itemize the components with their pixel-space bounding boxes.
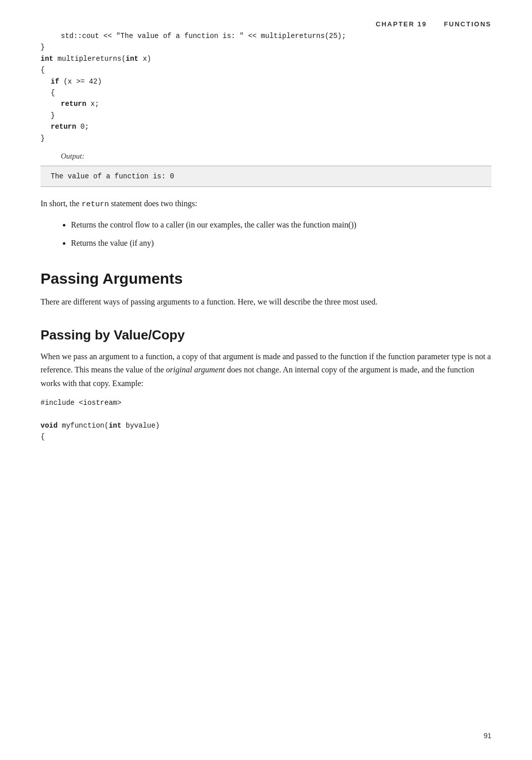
passing-by-value-heading: Passing by Value/Copy bbox=[41, 327, 491, 343]
chapter-section: FUNCTIONS bbox=[444, 20, 491, 28]
code-line-2: } bbox=[41, 42, 491, 53]
code-line-6: { bbox=[51, 87, 491, 98]
code-line-3: int multiplereturns(int x) bbox=[41, 53, 491, 64]
page-number: 91 bbox=[483, 732, 491, 740]
top-code-block: std::cout << "The value of a function is… bbox=[41, 30, 491, 144]
bullet-item-1: Returns the control flow to a caller (in… bbox=[71, 218, 491, 232]
code-line-1: std::cout << "The value of a function is… bbox=[61, 30, 491, 42]
prose-paragraph-1: In short, the return statement does two … bbox=[41, 197, 491, 211]
bottom-code-line-4: { bbox=[41, 431, 491, 442]
code-line-9: return 0; bbox=[51, 121, 491, 132]
output-label: Output: bbox=[61, 152, 491, 161]
bottom-code-block: #include <iostream> void myfunction(int … bbox=[41, 397, 491, 443]
italic-phrase: original argument bbox=[166, 365, 225, 374]
code-line-8: } bbox=[51, 110, 491, 121]
bottom-code-line-2 bbox=[41, 408, 491, 420]
bottom-code-line-3: void myfunction(int byvalue) bbox=[41, 420, 491, 431]
chapter-number: CHAPTER 19 bbox=[376, 20, 427, 28]
code-line-5: if (x >= 42) bbox=[51, 76, 491, 87]
code-line-7: return x; bbox=[61, 98, 491, 109]
bottom-code-line-1: #include <iostream> bbox=[41, 397, 491, 408]
output-text: The value of a function is: 0 bbox=[51, 172, 174, 180]
passing-arguments-body: There are different ways of passing argu… bbox=[41, 295, 491, 309]
bullet-item-2: Returns the value (if any) bbox=[71, 237, 491, 250]
passing-arguments-heading: Passing Arguments bbox=[41, 270, 491, 287]
code-line-4: { bbox=[41, 64, 491, 75]
bullet-list: Returns the control flow to a caller (in… bbox=[71, 218, 491, 250]
output-box: The value of a function is: 0 bbox=[41, 166, 491, 187]
code-line-10: } bbox=[41, 133, 491, 144]
inline-code-return: return bbox=[82, 200, 109, 209]
chapter-header: CHAPTER 19 FUNCTIONS bbox=[376, 20, 491, 28]
passing-by-value-body: When we pass an argument to a function, … bbox=[41, 350, 491, 390]
